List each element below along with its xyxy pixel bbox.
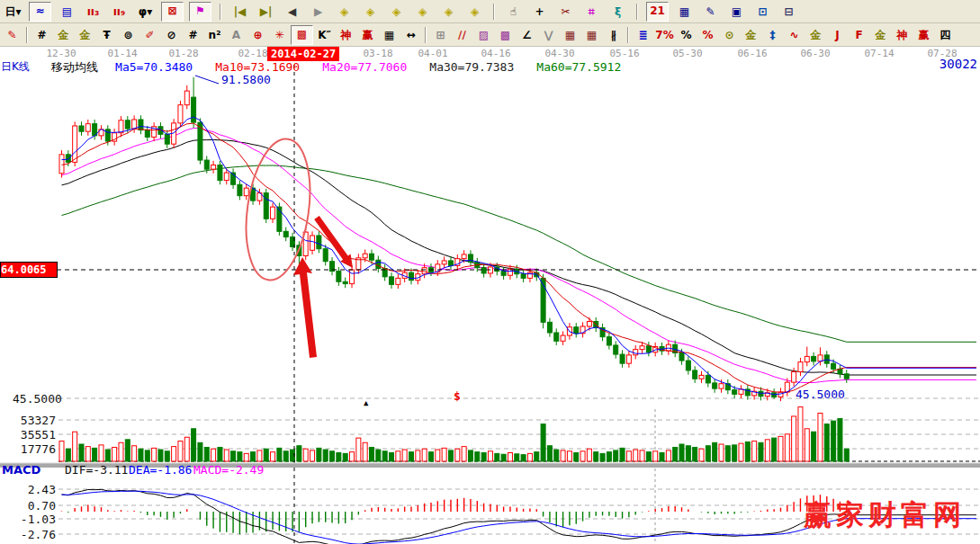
compass-icon[interactable]: ⊘ bbox=[161, 26, 182, 44]
ying-angle-icon[interactable]: 赢 bbox=[913, 26, 934, 44]
toolbar-separator bbox=[425, 27, 427, 43]
peak-price-label: 91.5800 bbox=[221, 73, 271, 86]
draw-brush-icon[interactable]: ✎ bbox=[2, 26, 22, 44]
date-label: 07-14 bbox=[854, 48, 904, 59]
percent-icon[interactable]: % bbox=[676, 26, 697, 44]
print-icon[interactable]: ⊟ bbox=[778, 3, 799, 21]
calendar-icon[interactable]: 21 bbox=[646, 2, 669, 22]
ma-legend: 移动均线 Ma5=70.3480 Ma10=73.1690 Ma20=77.70… bbox=[51, 58, 639, 76]
crosshair-tool-icon[interactable]: + bbox=[529, 3, 550, 21]
dark-grid-1-icon[interactable]: ▦ bbox=[560, 26, 580, 44]
toolbar-row-2: ✎#金金Ŧ⊚✐⊘#n²A⊕✳▩K″神赢▦↔⊞∕∕▨▩∠⋁▦▦∦≣7%%%⊙金‡∿… bbox=[0, 23, 980, 47]
dark-grid-2-icon[interactable]: ▦ bbox=[581, 26, 602, 44]
diamond-star-icon[interactable]: ◈ bbox=[438, 3, 459, 21]
width-measure-icon[interactable]: ↔ bbox=[400, 26, 421, 44]
candle-style-icon[interactable]: φ▾ bbox=[135, 3, 156, 21]
wave-percent-icon[interactable]: 7% bbox=[654, 26, 675, 44]
brush-line-icon[interactable]: ✐ bbox=[139, 26, 160, 44]
gold-line-icon[interactable]: 金 bbox=[741, 26, 761, 44]
low-annotation-label: 45.5000 bbox=[796, 388, 845, 401]
cycle-circle-icon[interactable]: ⊚ bbox=[118, 26, 139, 44]
teal-tool-icon[interactable]: ξ bbox=[607, 3, 628, 21]
info-panel-icon[interactable]: ▤ bbox=[57, 3, 77, 21]
red-grid-icon[interactable]: ▩ bbox=[291, 25, 313, 45]
star-grid-icon[interactable]: ✳ bbox=[269, 26, 290, 44]
ying-grid-icon[interactable]: 赢 bbox=[357, 26, 378, 44]
date-label: 06-30 bbox=[790, 48, 841, 59]
fibonacci-ruler-icon[interactable]: Ŧ bbox=[96, 26, 117, 44]
ruler-grid-icon[interactable]: # bbox=[31, 26, 52, 44]
legend-ma20: Ma20=77.7060 bbox=[322, 60, 407, 74]
bars-3-icon[interactable]: ıı₃ bbox=[83, 3, 103, 21]
wave-tool-icon[interactable]: ∿ bbox=[784, 26, 805, 44]
parallel-hatch-icon[interactable]: ∦ bbox=[603, 26, 624, 44]
macd-scale-2: 0.70 bbox=[7, 499, 56, 513]
marker-dollar: $ bbox=[454, 389, 461, 403]
chart-overlay-icon[interactable]: ≈ bbox=[29, 2, 51, 22]
gann-fan-icon[interactable]: ∕∕ bbox=[452, 26, 472, 44]
legend-ma30: Ma30=79.7383 bbox=[429, 60, 514, 74]
save-icon[interactable]: ▣ bbox=[726, 3, 747, 21]
gann-grid-icon[interactable]: ▩ bbox=[495, 26, 516, 44]
shen-grid-icon[interactable]: 神 bbox=[336, 26, 356, 44]
date-label: 05-30 bbox=[662, 48, 713, 59]
diamond-right-icon[interactable]: ◈ bbox=[360, 3, 381, 21]
pattern-box-icon[interactable]: ⊠ bbox=[161, 2, 184, 22]
toolbar-separator bbox=[636, 4, 638, 20]
marker-triangle: ▲ bbox=[364, 398, 368, 407]
date-label: 06-16 bbox=[727, 48, 778, 59]
gold-circle-icon[interactable]: ⊙ bbox=[719, 26, 740, 44]
macd-scale-3: -1.03 bbox=[7, 513, 56, 526]
grid-123-icon[interactable]: ▦ bbox=[379, 26, 400, 44]
angle-a-icon[interactable]: A bbox=[226, 26, 247, 44]
f-angle-icon[interactable]: F bbox=[849, 26, 869, 44]
net-grid-tool-icon[interactable]: ⌗ bbox=[581, 3, 602, 21]
v-lines-icon[interactable]: ⋁ bbox=[538, 26, 559, 44]
bars-9-icon[interactable]: ıı₉ bbox=[109, 3, 130, 21]
legend-title: 移动均线 bbox=[51, 60, 98, 74]
stats-list-icon[interactable]: ≣ bbox=[633, 26, 653, 44]
window-layout-icon[interactable]: ⊞ bbox=[430, 26, 451, 44]
gold-section-1-icon[interactable]: 金 bbox=[53, 26, 74, 44]
notes-icon[interactable]: ✎ bbox=[700, 3, 721, 21]
gold-angle-2-icon[interactable]: 金 bbox=[870, 26, 891, 44]
jump-last-icon[interactable]: ▶| bbox=[256, 3, 276, 21]
target-icon[interactable]: ⊕ bbox=[247, 26, 268, 44]
gold-angle-icon[interactable]: 金 bbox=[805, 26, 826, 44]
legend-ma5: Ma5=70.3480 bbox=[115, 60, 193, 74]
diamond-plus-icon[interactable]: ◈ bbox=[412, 3, 433, 21]
percent-line-icon[interactable]: % bbox=[697, 26, 718, 44]
capture-icon[interactable]: ⊡ bbox=[752, 3, 773, 21]
volume-scale-1: 53327 bbox=[7, 414, 56, 427]
step-back-icon[interactable]: ◀ bbox=[282, 3, 302, 21]
legend-ma10: Ma10=73.1690 bbox=[215, 60, 300, 74]
macd-dif-value: DIF=-3.11 bbox=[65, 463, 128, 477]
ruler-2-icon[interactable]: # bbox=[183, 26, 203, 44]
diamond-left-icon[interactable]: ◈ bbox=[334, 3, 355, 21]
toolbar-separator bbox=[26, 27, 28, 43]
j-angle-icon[interactable]: J bbox=[827, 26, 848, 44]
diamond-horizontal-icon[interactable]: ◈ bbox=[386, 3, 407, 21]
n-squared-icon[interactable]: n² bbox=[204, 26, 225, 44]
diamond-full-icon[interactable]: ◈ bbox=[464, 3, 485, 21]
gold-section-2-icon[interactable]: 金 bbox=[75, 26, 95, 44]
cut-tool-icon[interactable]: ✂ bbox=[555, 3, 576, 21]
si-angle-icon[interactable]: 四 bbox=[935, 26, 956, 44]
step-forward-icon[interactable]: ▶ bbox=[308, 3, 328, 21]
gann-box-icon[interactable]: ▨ bbox=[473, 26, 494, 44]
stock-code[interactable]: 30022 bbox=[940, 57, 977, 71]
macd-scale-1: 2.43 bbox=[7, 483, 56, 496]
jump-first-icon[interactable]: |◀ bbox=[229, 3, 250, 21]
hand-tool-icon[interactable]: ☝ bbox=[503, 3, 524, 21]
macd-scale-4: -2.76 bbox=[7, 528, 56, 541]
shen-angle-icon[interactable]: 神 bbox=[892, 26, 913, 44]
kline-pane-label: 日K线 bbox=[1, 59, 30, 75]
app-window: 日▾≈▤ıı₃ıı₉φ▾⊠⚑|◀▶|◀▶◈◈◈◈◈◈☝+✂⌗ξ21▦✎▣⊡⊟ ✎… bbox=[0, 0, 980, 544]
pen-bars-icon[interactable]: ‡ bbox=[762, 26, 783, 44]
calculator-icon[interactable]: ▦ bbox=[674, 3, 695, 21]
k-double-icon[interactable]: K″ bbox=[314, 26, 335, 44]
trend-lines-icon[interactable]: ∠ bbox=[517, 26, 537, 44]
period-selector-icon[interactable]: 日▾ bbox=[3, 3, 23, 21]
volume-profile-flag-icon[interactable]: ⚑ bbox=[189, 2, 211, 22]
toolbar-separator bbox=[493, 4, 495, 20]
